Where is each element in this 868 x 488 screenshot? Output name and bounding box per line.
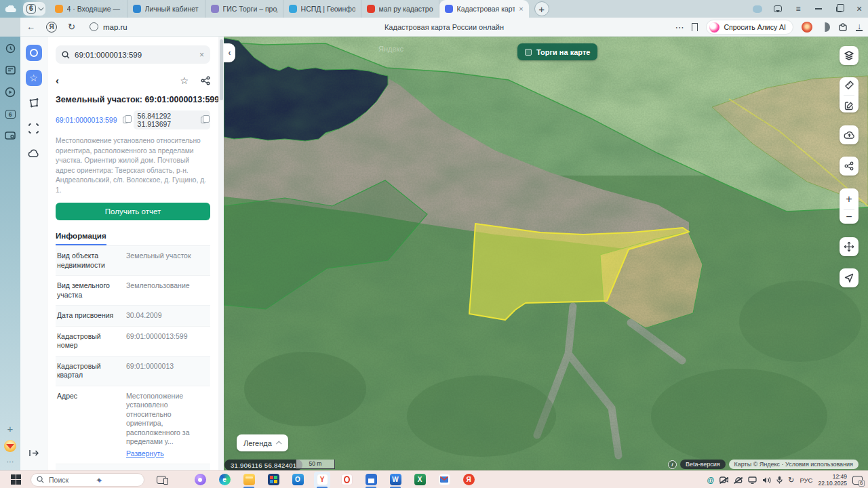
zoom-out-button[interactable]: − (846, 214, 852, 220)
tab-counter[interactable]: 6 (23, 2, 45, 16)
coordinates-chip[interactable]: 56.841292 31.913697 (134, 110, 210, 129)
browser-tab[interactable]: Кадастровая карта Ро × (439, 0, 529, 18)
taskbar-icon-floppy-app[interactable] (363, 472, 379, 488)
taskbar-icon-excel[interactable]: X (412, 472, 428, 488)
taskbar-icon-mail[interactable] (436, 472, 452, 488)
tab-information[interactable]: Информация (56, 232, 106, 245)
camera-off-icon[interactable] (719, 476, 728, 483)
clear-search-icon[interactable]: × (199, 50, 204, 60)
video-play-icon[interactable] (5, 87, 16, 98)
taskbar-icon-alice[interactable] (192, 472, 208, 488)
layers-button[interactable] (840, 46, 859, 65)
locate-me-button[interactable] (840, 268, 859, 287)
bookmark-icon[interactable] (692, 23, 698, 31)
close-window-icon[interactable]: × (854, 4, 864, 14)
zoom-in-button[interactable]: + (846, 193, 852, 205)
taskbar-icon-yandex-browser[interactable]: Y (314, 472, 330, 488)
profile-avatar[interactable] (802, 22, 812, 33)
more-icon[interactable]: ⋯ (675, 22, 684, 33)
panel-back-icon[interactable]: ‹ (56, 75, 59, 86)
pan-button[interactable] (840, 237, 859, 256)
get-report-button[interactable]: Получить отчет (56, 203, 210, 220)
parcel-tool-icon[interactable] (26, 95, 42, 111)
taskbar-icon-explorer[interactable] (241, 472, 257, 488)
taskbar-icon-word[interactable]: W (387, 472, 403, 488)
speaker-icon[interactable] (762, 476, 771, 484)
refresh-icon[interactable]: ↻ (68, 22, 75, 32)
edit-icon[interactable] (844, 101, 854, 110)
yandex-mail-icon[interactable] (4, 440, 16, 452)
cloud-layers-icon[interactable] (26, 145, 42, 161)
add-panel-icon[interactable]: + (7, 423, 14, 434)
screenshot-icon[interactable] (5, 131, 16, 140)
browser-cloud-icon[interactable] (0, 0, 20, 18)
cadastral-map[interactable]: Яндекс ‹ Торги на карте (224, 37, 868, 470)
browser-tab[interactable]: 4 · Входящие — Яндекс П × (50, 0, 127, 18)
notifications-icon[interactable]: 6 (852, 476, 863, 485)
taskbar-icon-store[interactable] (265, 472, 281, 488)
taskbar: Поиск ✦ e O Y W X Я @ ↻ РУС 12:4 (0, 470, 868, 488)
ruler-icon[interactable] (844, 80, 854, 89)
search-input[interactable]: 69:01:0000013:599 × (56, 45, 210, 64)
downloads-icon[interactable]: ↓ (856, 23, 863, 31)
expand-link[interactable]: Развернуть (126, 449, 209, 459)
panel-scrollbar[interactable] (218, 37, 224, 470)
favorites-button[interactable]: ☆ (26, 70, 42, 86)
app-logo[interactable] (26, 45, 42, 61)
start-button[interactable] (11, 474, 21, 485)
feedback-icon[interactable] (774, 5, 782, 12)
share-icon[interactable] (201, 76, 210, 85)
tab-title: 4 · Входящие — Яндекс П (67, 5, 121, 13)
select-area-icon[interactable] (26, 120, 42, 136)
tabs-panel-icon[interactable]: 6 (5, 110, 16, 119)
favorite-star-icon[interactable]: ☆ (180, 75, 189, 86)
taskbar-search[interactable]: Поиск ✦ (31, 473, 144, 487)
share-map-button[interactable] (840, 157, 859, 176)
collapse-rail-icon[interactable] (26, 445, 42, 461)
taskbar-icon-edge[interactable]: e (216, 472, 233, 488)
tray-at-icon[interactable]: @ (707, 476, 714, 484)
taskbar-icon-outlook[interactable]: O (290, 472, 306, 488)
cadastral-number-link[interactable]: 69:01:0000013:599 (56, 116, 117, 124)
url-text[interactable]: map.ru (103, 23, 127, 31)
sync-pill-icon[interactable] (753, 5, 762, 13)
info-icon[interactable]: i (668, 460, 677, 469)
yandex-home-icon[interactable]: Я (46, 22, 57, 33)
upload-button[interactable] (840, 125, 859, 144)
more-icon[interactable]: ⋯ (7, 458, 14, 466)
ask-alice-button[interactable]: Спросить Алису AI (706, 20, 793, 35)
legend-button[interactable]: Легенда (237, 434, 288, 451)
new-tab-button[interactable]: + (534, 1, 549, 16)
clock[interactable]: 12:4922.10.2025 (818, 473, 847, 487)
torgi-toggle[interactable]: Торги на карте (517, 43, 597, 60)
browser-tab[interactable]: мап ру кадастровая карт × (361, 0, 439, 18)
back-icon[interactable]: ← (26, 22, 35, 32)
checkbox-icon[interactable] (525, 49, 532, 56)
collapse-panel-button[interactable]: ‹ (224, 43, 235, 62)
restore-icon[interactable] (836, 6, 842, 12)
copy-icon[interactable] (123, 117, 128, 123)
copyright-text[interactable]: Карты © Яндекс · Условия использования (729, 460, 859, 469)
history-clock-icon[interactable] (5, 43, 16, 54)
language-indicator[interactable]: РУС (800, 476, 812, 484)
mic-off-icon[interactable] (734, 476, 743, 483)
copy-icon[interactable] (201, 117, 206, 123)
system-tray: @ ↻ РУС 12:4922.10.2025 6 (707, 471, 863, 488)
taskbar-icon-opera[interactable] (338, 472, 355, 488)
microphone-icon[interactable] (776, 476, 783, 484)
browser-menu-icon[interactable]: ≡ (793, 4, 803, 14)
taskbar-icon-yandex[interactable]: Я (460, 472, 477, 488)
feed-icon[interactable] (5, 66, 16, 75)
tab-close-icon[interactable]: × (519, 5, 523, 13)
browser-tab[interactable]: ГИС Торги – продажи гос × (205, 0, 283, 18)
browser-tab[interactable]: НСПД | Геоинформацион × (283, 0, 361, 18)
chevron-up-icon (276, 441, 281, 446)
task-view-icon[interactable] (157, 476, 166, 484)
extensions-icon[interactable] (838, 22, 848, 32)
minimize-icon[interactable] (815, 8, 822, 9)
browser-tab[interactable]: Личный кабинет × (127, 0, 205, 18)
collections-icon[interactable] (821, 22, 830, 32)
display-icon[interactable] (748, 476, 757, 484)
site-info-icon[interactable] (90, 22, 98, 31)
sync-icon[interactable]: ↻ (788, 476, 794, 485)
